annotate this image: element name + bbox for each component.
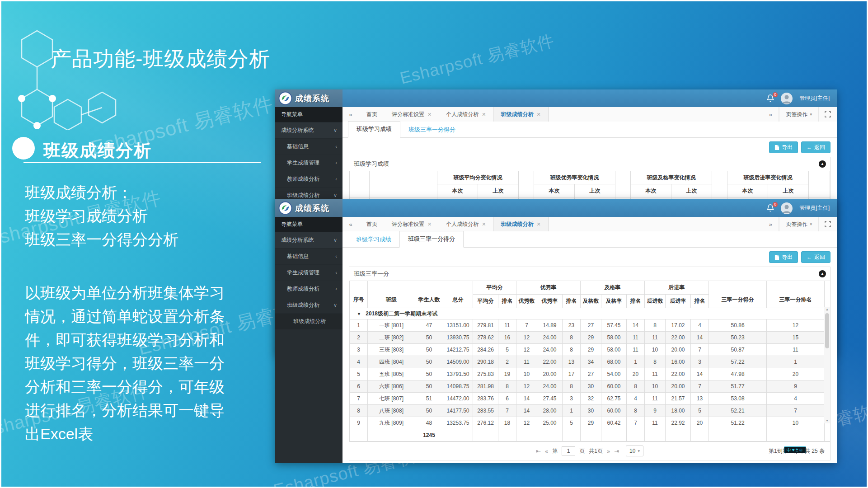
sidebar-item-班级成绩分析[interactable]: 班级成绩分析 xyxy=(275,313,343,329)
user-name[interactable]: 管理员[主任] xyxy=(799,94,830,102)
avatar[interactable] xyxy=(781,202,793,214)
scrollbar-down-icon[interactable]: ▼ xyxy=(824,418,830,423)
main-tab-3[interactable]: 个人成绩分析✕ xyxy=(439,217,493,231)
cell: 62.75 xyxy=(601,393,627,405)
collapse-tabs-icon[interactable]: « xyxy=(343,107,359,122)
scrollbar-up-icon[interactable]: ▲ xyxy=(824,307,830,312)
column-header: 优秀率 xyxy=(537,295,563,308)
cell: 57.45 xyxy=(601,319,627,332)
next-page-icon[interactable]: » xyxy=(607,448,610,455)
cell: 29 xyxy=(581,417,601,429)
main-tab-3[interactable]: 个人成绩分析✕ xyxy=(439,107,493,122)
cell: 284.26 xyxy=(473,344,498,356)
close-icon[interactable]: ✕ xyxy=(536,112,540,117)
cell: 10 xyxy=(767,417,825,429)
last-page-icon[interactable]: ⇥ xyxy=(614,448,619,455)
tab-operations-menu[interactable]: 页签操作 ▾ xyxy=(779,107,818,122)
subtab-three-rate-score[interactable]: 班级三率一分得分 xyxy=(399,231,464,248)
column-header: 上次 xyxy=(768,184,809,197)
cell: 7 xyxy=(767,405,825,417)
sidebar: 导航菜单 成绩分析系统∨基础信息‹学生成绩管理‹教师成绩分析‹班级成绩分析∨班级… xyxy=(275,217,343,463)
page-size-select[interactable]: 10 ▾ xyxy=(626,446,643,456)
scrollbar-thumb[interactable] xyxy=(825,313,829,348)
tab-label: 班级成绩分析 xyxy=(501,111,533,118)
avatar[interactable] xyxy=(781,93,793,104)
para-line: 以班级为单位分析班集体学习 xyxy=(25,281,225,305)
close-icon[interactable]: ✕ xyxy=(427,112,432,117)
sidebar-item-教师成绩分析[interactable]: 教师成绩分析‹ xyxy=(275,281,343,297)
back-arrow-icon: ← xyxy=(807,144,812,150)
three-rate-table: 序号 班级 学生人数 总分 平均分 优秀率 及格率 后进率 三率一分得分 三率一… xyxy=(349,281,830,441)
column-header: 上次 xyxy=(671,184,712,197)
page-number-input[interactable] xyxy=(562,446,575,455)
column-header: 优秀数 xyxy=(516,295,537,308)
cell: 24.00 xyxy=(537,380,563,393)
close-icon[interactable]: ✕ xyxy=(536,221,540,227)
cell: 2 xyxy=(350,332,368,344)
cell: 8 xyxy=(645,319,666,332)
cell: 9 xyxy=(645,405,666,417)
sidebar-item-教师成绩分析[interactable]: 教师成绩分析‹ xyxy=(275,171,343,187)
panel-collapse-icon[interactable]: ▲ xyxy=(819,270,826,277)
cell: 34 xyxy=(581,356,601,368)
expand-tabs-icon[interactable]: » xyxy=(762,217,779,231)
subtab-three-rate-score[interactable]: 班级三率一分得分 xyxy=(400,122,464,137)
panel-collapse-icon[interactable]: ▲ xyxy=(819,160,826,168)
sidebar-item-学生成绩管理[interactable]: 学生成绩管理‹ xyxy=(275,264,343,281)
main-tab-2[interactable]: 评分标准设置✕ xyxy=(385,107,439,122)
cell: 14 xyxy=(627,319,645,332)
cell: 283.55 xyxy=(473,405,498,417)
close-icon[interactable]: ✕ xyxy=(482,221,486,227)
collapse-tabs-icon[interactable]: « xyxy=(343,217,359,231)
logo-block: 成绩系统 xyxy=(275,89,343,107)
fullscreen-icon[interactable] xyxy=(818,217,837,231)
main-tab-1[interactable]: 首页 xyxy=(359,217,385,231)
cell: 29 xyxy=(581,332,601,344)
cell: 22.92 xyxy=(666,417,691,429)
notification-bell-icon[interactable]: 0 xyxy=(767,94,774,103)
first-page-icon[interactable]: ⇤ xyxy=(536,448,541,455)
close-icon[interactable]: ✕ xyxy=(427,221,432,227)
sidebar-item-基础信息[interactable]: 基础信息‹ xyxy=(275,138,343,155)
cell: 50.23 xyxy=(709,332,767,344)
user-name[interactable]: 管理员[主任] xyxy=(799,204,830,212)
cell: 4 xyxy=(767,393,825,405)
class-learning-score-table: 班级平均分变化情况 班级优秀率变化情况 班级及格率变化情况 班级后进率变化情况 … xyxy=(349,171,830,202)
close-icon[interactable]: ✕ xyxy=(482,112,486,117)
main-tab-4[interactable]: 班级成绩分析✕ xyxy=(493,107,548,122)
para-line: 分析和三率一分得分，可年级 xyxy=(25,375,225,399)
main-tab-2[interactable]: 评分标准设置✕ xyxy=(385,217,439,231)
tab-operations-menu[interactable]: 页签操作 ▾ xyxy=(779,217,818,231)
notification-bell-icon[interactable]: 0 xyxy=(767,204,774,212)
sidebar-item-成绩分析系统[interactable]: 成绩分析系统∨ xyxy=(275,122,343,138)
column-group: 班级优秀率变化情况 xyxy=(534,171,615,184)
sidebar-item-基础信息[interactable]: 基础信息‹ xyxy=(275,248,343,264)
table-scrollbar[interactable]: ▲ ▼ xyxy=(824,307,830,423)
back-button[interactable]: ← 返回 xyxy=(801,141,830,153)
prev-page-icon[interactable]: « xyxy=(545,448,548,455)
cell: 5 xyxy=(498,344,516,356)
main-tab-1[interactable]: 首页 xyxy=(359,107,385,122)
main-tab-4[interactable]: 班级成绩分析✕ xyxy=(493,217,548,231)
sidebar-item-学生成绩管理[interactable]: 学生成绩管理‹ xyxy=(275,155,343,171)
back-button[interactable]: ← 返回 xyxy=(801,251,830,263)
sidebar-item-成绩分析系统[interactable]: 成绩分析系统∨ xyxy=(275,232,343,248)
exam-group-row[interactable]: ▼ 2018级初二第一学期期末考试 xyxy=(350,308,830,319)
export-button[interactable]: 导出 xyxy=(769,251,798,263)
expand-triangle-icon[interactable]: ▼ xyxy=(357,312,361,316)
subtab-class-learning-score[interactable]: 班级学习成绩 xyxy=(348,232,399,247)
cell: 五班 [805] xyxy=(368,368,415,380)
cell: 七班 [807] xyxy=(368,393,415,405)
subtab-class-learning-score[interactable]: 班级学习成绩 xyxy=(348,121,400,138)
sidebar-item-label: 成绩分析系统 xyxy=(281,237,314,243)
sidebar-item-班级成绩分析[interactable]: 班级成绩分析∨ xyxy=(275,297,343,313)
column-header: 排名 xyxy=(627,295,645,308)
export-button[interactable]: 导出 xyxy=(769,141,798,153)
column-header: 学生人数 xyxy=(415,281,443,308)
table-row: 4四班 [804]5014509.00290.1821122.00133468.… xyxy=(350,356,830,368)
expand-tabs-icon[interactable]: » xyxy=(762,107,779,122)
cell: 17 xyxy=(563,368,581,380)
fullscreen-icon[interactable] xyxy=(818,107,837,122)
cell: 60.00 xyxy=(601,380,627,393)
cell: 8 xyxy=(563,332,581,344)
